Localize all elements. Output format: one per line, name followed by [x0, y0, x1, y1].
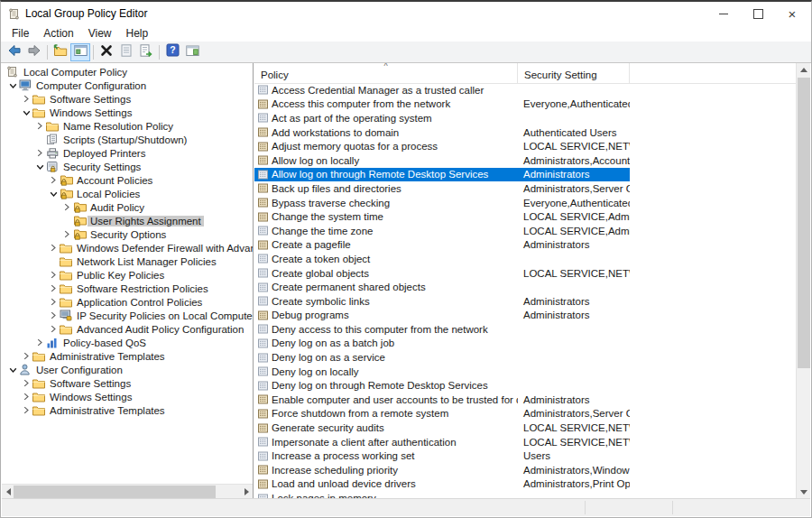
menu-help[interactable]: Help [119, 26, 156, 41]
tree-item-local-policies[interactable]: Local Policies [2, 187, 253, 200]
tree-item-application-control-policies[interactable]: Application Control Policies [2, 295, 253, 309]
list-row-create-permanent-shared-objects[interactable]: Create permanent shared objects [254, 280, 630, 294]
list-row-enable-computer-and-user-accounts-to-be-trusted-for-delega[interactable]: Enable computer and user accounts to be … [254, 393, 630, 407]
delete-button[interactable] [97, 43, 116, 61]
tree-horizontal-scrollbar[interactable] [2, 484, 253, 499]
tree-item-deployed-printers[interactable]: Deployed Printers [2, 146, 253, 160]
list-row-generate-security-audits[interactable]: Generate security auditsLOCAL SERVICE,NE… [254, 421, 630, 435]
chevron-right-icon[interactable] [20, 95, 32, 103]
chevron-right-icon[interactable] [60, 203, 73, 211]
tree-item-windows-settings[interactable]: Windows Settings [2, 106, 253, 119]
list-row-allow-log-on-locally[interactable]: Allow log on locallyAdministrators,Accou… [254, 153, 630, 168]
list-row-adjust-memory-quotas-for-a-process[interactable]: Adjust memory quotas for a processLOCAL … [254, 139, 630, 153]
tree-item-local-computer-policy[interactable]: Local Computer Policy [2, 65, 253, 79]
list-row-change-the-time-zone[interactable]: Change the time zoneLOCAL SERVICE,Admini… [254, 224, 630, 238]
list-row-force-shutdown-from-a-remote-system[interactable]: Force shutdown from a remote systemAdmin… [254, 407, 630, 421]
list-row-deny-log-on-as-a-service[interactable]: Deny log on as a service [254, 350, 630, 365]
list-row-deny-log-on-through-remote-desktop-services[interactable]: Deny log on through Remote Desktop Servi… [254, 378, 630, 393]
list-row-access-this-computer-from-the-network[interactable]: Access this computer from the networkEve… [254, 97, 630, 112]
chevron-right-icon[interactable] [47, 325, 60, 333]
close-button[interactable]: × [775, 2, 809, 25]
tree-item-computer-configuration[interactable]: Computer Configuration [2, 79, 253, 92]
list-row-create-a-token-object[interactable]: Create a token object [254, 252, 630, 266]
tree-item-scripts-startup-shutdown[interactable]: Scripts (Startup/Shutdown) [2, 133, 253, 146]
chevron-down-icon[interactable] [6, 82, 19, 89]
tree-item-advanced-audit-policy-configuration[interactable]: Advanced Audit Policy Configuration [2, 322, 253, 336]
tree-item-windows-defender-firewall-with-advanced-s[interactable]: Windows Defender Firewall with Advanced … [2, 241, 253, 254]
menu-action[interactable]: Action [36, 26, 80, 41]
scroll-up-arrow[interactable] [797, 63, 810, 77]
tree-item-user-rights-assignment[interactable]: User Rights Assignment [2, 214, 253, 227]
chevron-right-icon[interactable] [60, 230, 73, 238]
chevron-right-icon[interactable] [47, 176, 60, 184]
show-hide-action-pane-button[interactable] [182, 43, 202, 61]
back-button[interactable] [5, 43, 24, 61]
chevron-right-icon[interactable] [47, 244, 60, 252]
tree-item-software-restriction-policies[interactable]: Software Restriction Policies [2, 282, 253, 295]
list-row-increase-a-process-working-set[interactable]: Increase a process working setUsers [254, 449, 630, 463]
chevron-right-icon[interactable] [20, 352, 32, 360]
up-one-level-button[interactable] [51, 43, 70, 61]
list-row-load-and-unload-device-drivers[interactable]: Load and unload device driversAdministra… [254, 477, 630, 492]
maximize-button[interactable] [741, 2, 775, 25]
forward-button[interactable] [24, 43, 44, 61]
list-row-access-credential-manager-as-a-trusted-caller[interactable]: Access Credential Manager as a trusted c… [254, 83, 630, 97]
list-row-increase-scheduling-priority[interactable]: Increase scheduling priorityAdministrato… [254, 463, 630, 477]
chevron-right-icon[interactable] [47, 311, 60, 319]
scroll-right-arrow[interactable] [240, 485, 253, 499]
list-row-debug-programs[interactable]: Debug programsAdministrators [254, 309, 630, 323]
tree-item-security-options[interactable]: Security Options [2, 227, 253, 241]
vertical-scroll-thumb[interactable] [798, 78, 810, 368]
horizontal-scroll-thumb[interactable] [14, 486, 216, 498]
list-row-add-workstations-to-domain[interactable]: Add workstations to domainAuthenticated … [254, 125, 630, 140]
tree-item-administrative-templates[interactable]: Administrative Templates [2, 349, 253, 363]
tree-item-windows-settings[interactable]: Windows Settings [2, 390, 253, 403]
list-row-bypass-traverse-checking[interactable]: Bypass traverse checkingEveryone,Authent… [254, 196, 630, 210]
chevron-down-icon[interactable] [20, 109, 32, 116]
tree-item-public-key-policies[interactable]: Public Key Policies [2, 268, 253, 282]
titlebar[interactable]: Local Group Policy Editor × [1, 2, 811, 25]
menu-file[interactable]: File [5, 26, 36, 41]
list-row-allow-log-on-through-remote-desktop-services[interactable]: Allow log on through Remote Desktop Serv… [254, 168, 630, 182]
list-vertical-scrollbar[interactable] [796, 63, 810, 499]
chevron-down-icon[interactable] [6, 366, 19, 374]
list-row-create-global-objects[interactable]: Create global objectsLOCAL SERVICE,NETWO… [254, 266, 630, 281]
tree-item-account-policies[interactable]: Account Policies [2, 173, 253, 187]
chevron-down-icon[interactable] [33, 163, 46, 171]
export-list-button[interactable] [136, 43, 156, 61]
tree-item-ip-security-policies-on-local-computer[interactable]: IP Security Policies on Local Computer [2, 309, 253, 322]
tree-item-policy-based-qos[interactable]: Policy-based QoS [2, 336, 253, 349]
tree-item-network-list-manager-policies[interactable]: Network List Manager Policies [2, 254, 253, 268]
list-row-back-up-files-and-directories[interactable]: Back up files and directoriesAdministrat… [254, 181, 630, 196]
list-row-change-the-system-time[interactable]: Change the system timeLOCAL SERVICE,Admi… [254, 209, 630, 224]
chevron-down-icon[interactable] [47, 190, 60, 198]
tree-item-security-settings[interactable]: Security Settings [2, 160, 253, 173]
chevron-right-icon[interactable] [33, 338, 46, 347]
show-hide-console-tree-button[interactable] [70, 43, 90, 61]
list-row-deny-access-to-this-computer-from-the-network[interactable]: Deny access to this computer from the ne… [254, 322, 630, 337]
column-header-security-setting[interactable]: Security Setting [518, 63, 630, 83]
tree-item-user-configuration[interactable]: User Configuration [2, 363, 253, 376]
scroll-down-arrow[interactable] [797, 486, 810, 499]
chevron-right-icon[interactable] [47, 298, 60, 306]
properties-button[interactable] [116, 43, 136, 61]
chevron-right-icon[interactable] [47, 271, 60, 279]
list-row-create-symbolic-links[interactable]: Create symbolic linksAdministrators [254, 294, 630, 309]
list-row-act-as-part-of-the-operating-system[interactable]: Act as part of the operating system [254, 111, 630, 125]
chevron-right-icon[interactable] [20, 406, 32, 414]
tree-item-name-resolution-policy[interactable]: Name Resolution Policy [2, 119, 253, 133]
tree-item-software-settings[interactable]: Software Settings [2, 376, 253, 390]
list-row-impersonate-a-client-after-authentication[interactable]: Impersonate a client after authenticatio… [254, 435, 630, 449]
scroll-left-arrow[interactable] [2, 485, 14, 499]
tree-item-audit-policy[interactable]: Audit Policy [2, 200, 253, 214]
chevron-right-icon[interactable] [33, 122, 46, 130]
chevron-right-icon[interactable] [20, 379, 32, 387]
chevron-right-icon[interactable] [47, 284, 60, 292]
help-button[interactable]: ? [162, 43, 182, 61]
list-row-deny-log-on-locally[interactable]: Deny log on locally [254, 365, 630, 379]
menu-view[interactable]: View [81, 26, 119, 41]
list-row-create-a-pagefile[interactable]: Create a pagefileAdministrators [254, 238, 630, 253]
chevron-right-icon[interactable] [33, 149, 46, 157]
chevron-right-icon[interactable] [20, 393, 32, 401]
tree-item-software-settings[interactable]: Software Settings [2, 92, 253, 106]
